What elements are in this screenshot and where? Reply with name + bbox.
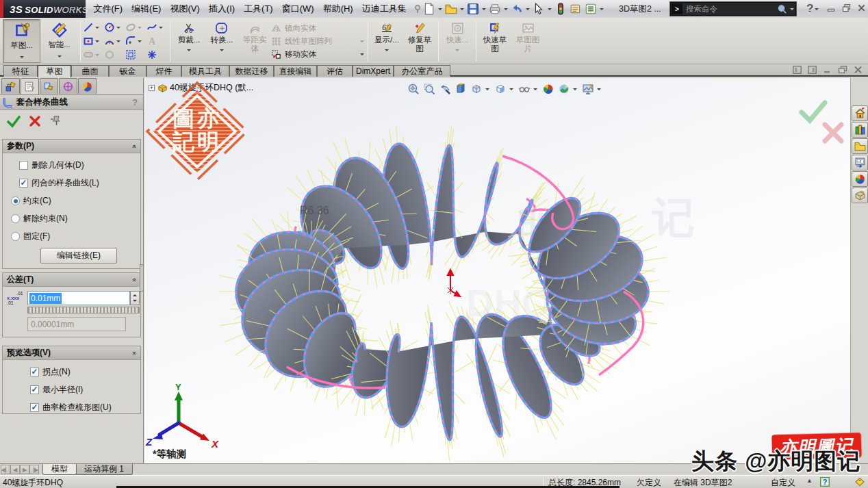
menu-view[interactable]: 视图(V) [166,1,204,16]
menu-tools[interactable]: 工具(T) [240,1,278,16]
save-button[interactable] [465,1,481,16]
graphics-viewport[interactable]: 明记DHQR6.36YXZ + 40螺旋手环DHQ (默... [144,78,850,463]
preview-options-header[interactable]: 预览选项(V) « [3,346,140,360]
search-dropdown[interactable] [789,3,795,14]
trim-entities-button[interactable]: 剪裁... [173,19,205,63]
arc-tool-dropdown[interactable] [115,36,122,47]
pm-pin-button[interactable] [49,114,64,129]
tolerance-input[interactable]: 0.01mm [27,291,130,305]
restore-button[interactable] [841,3,852,13]
menu-help[interactable]: 帮助(H) [318,1,357,16]
point-tool-icon[interactable] [146,49,157,60]
rapid-sketch-button[interactable]: 快速草图 [478,19,511,63]
menu-file[interactable]: 文件(F) [89,1,127,16]
pattern-tool-icon[interactable] [125,49,136,60]
display-relations-button[interactable]: 6b 显示/... [370,19,403,63]
trim-dropdown[interactable] [186,44,192,55]
file-explorer-tab[interactable] [852,138,868,154]
tab-sheet-metal[interactable]: 钣金 [109,65,146,77]
fixed-radio[interactable] [11,232,20,241]
undo-button[interactable] [509,1,524,16]
rebuild-button[interactable] [553,1,568,16]
inflection-checkbox[interactable] [30,368,39,376]
tab-nav-first[interactable]: ◀▏ [1,465,10,474]
design-library-tab[interactable] [852,122,868,138]
curvature-comb-checkbox[interactable] [30,403,39,412]
doc-restore-icon[interactable] [838,66,847,74]
file-properties-button[interactable] [568,1,583,16]
pm-cancel-button[interactable] [27,114,42,129]
menu-edit[interactable]: 编辑(E) [127,1,166,16]
tab-direct-editing[interactable]: 直接编辑 [274,65,317,77]
tab-office-products[interactable]: 办公室产品 [394,65,450,77]
hide-show-items-icon[interactable] [518,83,531,95]
options-button[interactable] [583,1,598,16]
status-tag-icon[interactable] [854,477,865,487]
new-file-dropdown[interactable] [437,3,444,14]
property-manager-tab[interactable] [21,78,39,94]
help-button[interactable]: ? [806,1,827,16]
spinner-down-icon[interactable] [131,298,139,305]
search-input[interactable]: 搜索命令 [686,4,777,14]
configuration-manager-tab[interactable] [40,78,58,94]
pm-help-icon[interactable]: ? [132,97,138,107]
menu-insert[interactable]: 插入(I) [204,1,239,16]
menu-window[interactable]: 窗口(W) [277,1,318,16]
tab-surfaces[interactable]: 曲面 [71,65,109,77]
zoom-fit-icon[interactable] [407,83,420,95]
minimize-button[interactable] [826,3,837,13]
view-orientation-dropdown[interactable] [484,84,491,94]
fillet-tool-dropdown[interactable] [136,36,143,47]
apply-scene-dropdown[interactable] [572,84,578,94]
pm-ok-button[interactable] [6,114,21,129]
circle-tool-icon[interactable] [104,22,115,33]
circle-tool-dropdown[interactable] [115,22,122,33]
tolerance-spinner[interactable] [130,291,140,305]
section-view-icon[interactable] [455,83,467,95]
display-style-icon[interactable] [494,83,507,95]
view-palette-tab[interactable] [852,155,868,170]
search-icon[interactable] [777,4,787,14]
view-settings-dropdown[interactable] [596,84,602,94]
save-dropdown[interactable] [481,3,487,14]
move-entities-dropdown[interactable] [359,49,366,60]
min-radius-checkbox[interactable] [30,385,39,394]
unconstrained-radio[interactable] [11,214,20,223]
tab-weldments[interactable]: 焊件 [146,65,181,77]
tolerance-slider[interactable] [27,307,140,313]
print-button[interactable] [487,1,502,16]
tab-sketch[interactable]: 草图 [38,65,71,77]
menu-maidi-tools[interactable]: 迈迪工具集 [357,1,411,16]
doc-close-icon[interactable] [854,66,863,74]
status-help-icon[interactable]: ? [820,477,830,487]
constrained-radio[interactable] [11,196,20,205]
spline-tool-icon[interactable] [146,22,157,33]
tab-nav-next[interactable]: ▶ [20,465,29,474]
line-tool-dropdown[interactable] [94,22,101,33]
close-button[interactable] [856,3,867,13]
spline-tool-dropdown[interactable] [157,22,164,33]
spinner-up-icon[interactable] [131,292,139,298]
select-dropdown[interactable] [546,3,553,14]
apply-scene-icon[interactable] [558,83,570,95]
rectangle-tool-dropdown[interactable] [94,36,101,47]
motion-study-tab[interactable]: 运动算例 1 [75,464,133,475]
options-dropdown[interactable] [598,3,605,14]
open-file-dropdown[interactable] [459,3,465,14]
undo-dropdown[interactable] [524,3,531,14]
tab-nav-last[interactable]: ▕▶ [29,465,39,474]
smart-dimension-button[interactable]: 智能... [40,19,78,63]
fillet-tool-icon[interactable] [125,36,136,47]
doc-pane-left-icon[interactable] [793,66,802,74]
doc-minimize-icon[interactable] [823,66,832,74]
view-settings-icon[interactable] [582,83,594,95]
display-relations-dropdown[interactable] [383,44,390,55]
tab-nav-prev[interactable]: ◀ [10,465,20,474]
display-manager-tab[interactable] [78,78,97,94]
new-file-button[interactable] [422,1,437,16]
confirm-ok-button[interactable] [802,103,825,120]
sw-resources-tab[interactable] [852,105,868,121]
rectangle-tool-icon[interactable] [83,36,94,47]
search-commands-box[interactable]: > 搜索命令 [670,2,796,16]
view-orientation-icon[interactable] [470,83,483,95]
